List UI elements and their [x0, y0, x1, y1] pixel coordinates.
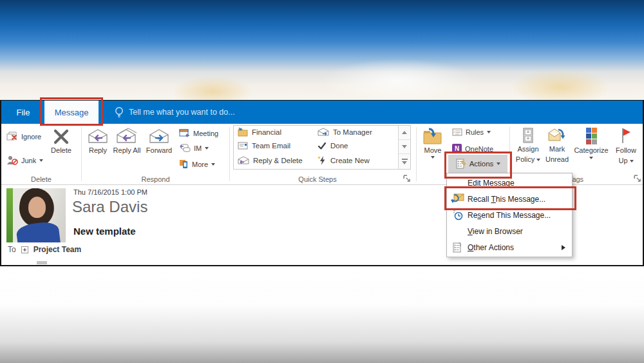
menu-label-pre: Recall: [468, 195, 491, 204]
menu-label: Other Actions: [468, 243, 514, 252]
mark-unread-button[interactable]: Mark Unread: [542, 128, 572, 164]
quick-step-reply-delete[interactable]: Reply & Delete: [238, 156, 303, 164]
menu-item-other-actions[interactable]: Other Actions: [447, 239, 572, 255]
tell-me-label: Tell me what you want to do...: [129, 108, 235, 117]
tab-message-label: Message: [55, 108, 89, 117]
message-date: Thu 7/16/2015 1:00 PM: [73, 188, 147, 196]
delete-x-icon: [53, 129, 70, 144]
menu-label: Recall This Message...: [468, 195, 545, 204]
rules-button[interactable]: Rules: [452, 128, 491, 136]
more-button[interactable]: More: [179, 159, 215, 169]
expand-recipients-icon[interactable]: [21, 246, 28, 253]
quick-steps-scroll-down-button[interactable]: [399, 140, 410, 154]
folder-arrow-icon: [238, 128, 248, 137]
im-button[interactable]: IM: [179, 144, 209, 153]
group-label-delete: Delete: [1, 175, 81, 183]
follow-up-label-line2: Up: [618, 157, 633, 165]
menu-label-post: ther Actions: [473, 243, 514, 252]
menu-item-resend-this-message[interactable]: Resend This Message...: [447, 207, 572, 223]
group-separator: [416, 127, 417, 181]
message-to-row: To Project Team: [8, 245, 81, 254]
menu-label-accel: T: [491, 195, 495, 204]
sender-photo: [6, 188, 66, 242]
to-label: To: [8, 245, 16, 254]
im-dropdown-caret: [205, 147, 209, 150]
menu-label: View in Browser: [468, 227, 523, 236]
actions-dropdown-menu: Edit Message Recall This Message...: [446, 173, 573, 257]
follow-up-flag-icon: [621, 128, 631, 144]
actions-button[interactable]: Actions: [448, 155, 507, 173]
quick-step-financial[interactable]: Financial: [238, 128, 281, 137]
follow-up-button[interactable]: Follow Up: [611, 128, 641, 165]
onenote-label: OneNote: [465, 145, 493, 153]
menu-item-recall-this-message[interactable]: Recall This Message...: [447, 191, 572, 207]
recall-message-icon: [447, 193, 468, 204]
tab-message[interactable]: Message: [44, 101, 99, 124]
quick-step-create-new[interactable]: Create New: [317, 156, 370, 165]
recipient-name[interactable]: Project Team: [33, 245, 81, 254]
menu-item-edit-message[interactable]: Edit Message: [447, 175, 572, 191]
quick-step-to-manager[interactable]: To Manager: [317, 128, 372, 136]
follow-up-label-line2-text: Up: [618, 157, 627, 165]
onenote-button[interactable]: N OneNote: [452, 144, 493, 153]
junk-dropdown-caret: [39, 159, 43, 162]
desktop-background-top: [0, 0, 644, 100]
submenu-arrow-icon: [562, 245, 565, 250]
quick-steps-scroll-up-button[interactable]: [399, 126, 410, 140]
tell-me-box[interactable]: Tell me what you want to do...: [115, 101, 235, 124]
quick-step-team-email[interactable]: Team Email: [238, 142, 290, 150]
forward-button[interactable]: Forward: [142, 128, 176, 155]
envelope-note-icon: [238, 142, 248, 150]
ignore-button[interactable]: Ignore: [6, 132, 41, 141]
group-label-respond: Respond: [82, 175, 229, 183]
more-label: More: [192, 161, 208, 168]
other-actions-icon: [447, 242, 468, 253]
quick-steps-dialog-launcher-icon[interactable]: [403, 175, 411, 182]
message-subject: New template: [73, 226, 136, 237]
move-button[interactable]: Move: [418, 128, 448, 159]
reply-all-label: Reply All: [113, 146, 141, 155]
meeting-button[interactable]: Meeting: [179, 128, 218, 138]
quick-step-done[interactable]: Done: [317, 142, 348, 150]
follow-up-label-line1: Follow: [616, 146, 636, 155]
quick-steps-gallery: Financial Team Email R: [233, 125, 411, 170]
scroll-up-icon: [402, 131, 407, 134]
quick-step-label: Done: [330, 142, 348, 150]
tab-file[interactable]: File: [8, 101, 39, 124]
reply-envelope-icon: [87, 128, 109, 144]
photo-face: [28, 197, 46, 218]
rules-dropdown-caret: [487, 131, 491, 133]
screenshot-stage: File Message Tell me what you want to do…: [0, 0, 644, 363]
move-folder-icon: [422, 128, 443, 145]
tab-file-label: File: [17, 108, 30, 117]
more-dropdown-caret: [211, 163, 215, 166]
message-sender[interactable]: Sara Davis: [72, 198, 147, 216]
quick-steps-more-button[interactable]: [399, 154, 410, 168]
assign-policy-button[interactable]: Assign Policy: [513, 128, 544, 164]
menu-label-post: end This Message...: [481, 211, 551, 220]
assign-policy-dropdown-caret: [536, 159, 540, 161]
assign-policy-cabinet-icon: [522, 128, 535, 143]
assign-policy-label-line2: Policy: [516, 155, 540, 164]
ribbon-tab-bar: File Message Tell me what you want to do…: [1, 101, 643, 124]
menu-item-view-in-browser[interactable]: View in Browser: [447, 223, 572, 239]
tags-dialog-launcher-icon[interactable]: [634, 175, 641, 182]
actions-dropdown-caret: [497, 162, 500, 165]
assign-policy-label-line2-text: Policy: [516, 155, 535, 164]
more-respond-icon: [179, 159, 189, 169]
assign-policy-label-line1: Assign: [517, 145, 538, 153]
reply-all-envelope-icon: [115, 128, 138, 144]
mark-unread-label-line2: Unread: [545, 155, 569, 164]
delete-button[interactable]: Delete: [44, 129, 79, 155]
menu-label-post: his Message...: [496, 195, 545, 204]
menu-label: Resend This Message...: [468, 211, 551, 220]
reply-button[interactable]: Reply: [84, 128, 112, 155]
categorize-button[interactable]: Categorize: [572, 128, 611, 159]
reply-all-button[interactable]: Reply All: [113, 128, 141, 155]
junk-label: Junk: [21, 157, 36, 164]
gallery-more-arrow-icon: [402, 161, 407, 164]
forward-envelope-icon: [148, 128, 170, 144]
junk-icon: [6, 155, 18, 165]
junk-button[interactable]: Junk: [6, 155, 43, 165]
quick-step-label: Financial: [252, 128, 281, 136]
